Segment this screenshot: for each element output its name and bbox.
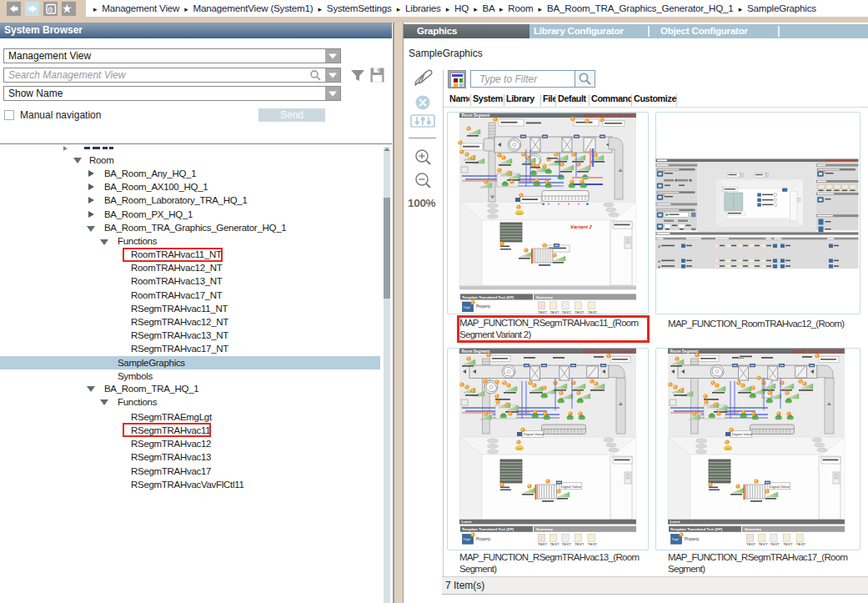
- svg-text:TEXT: TEXT: [588, 310, 598, 314]
- svg-text:TEXT: TEXT: [538, 542, 548, 546]
- svg-text:Tmpl: Tmpl: [672, 538, 679, 541]
- svg-text:Room Segment: Room Segment: [670, 349, 699, 354]
- svg-text:TEXT: TEXT: [770, 542, 780, 546]
- svg-text:Template Translated Text (DP): Template Translated Text (DP): [462, 295, 514, 299]
- svg-text:segment is set to "not used": segment is set to "not used": [792, 349, 844, 354]
- svg-text:TEXT: TEXT: [549, 310, 559, 314]
- svg-text:Property: Property: [685, 537, 700, 541]
- svg-text:Tmpl: Tmpl: [464, 306, 470, 309]
- svg-text:TEXT: TEXT: [588, 542, 598, 546]
- svg-text:Summary: Summary: [536, 295, 554, 299]
- svg-text:Lvent: Lvent: [670, 520, 680, 524]
- svg-text:Tmpl: Tmpl: [464, 538, 470, 541]
- svg-text:segment is set to "not used": segment is set to "not used": [584, 349, 635, 354]
- svg-text:Room Segment: Room Segment: [462, 349, 490, 354]
- svg-text:Property: Property: [476, 537, 491, 541]
- svg-text:Lvent: Lvent: [462, 520, 472, 524]
- svg-text:Digital Value: Digital Value: [524, 432, 544, 436]
- svg-text:Property: Property: [476, 304, 491, 309]
- svg-text:TEXT: TEXT: [796, 542, 806, 546]
- svg-text:segment is set to "not used": segment is set to "not used": [584, 113, 635, 118]
- svg-text:Template Translated Text (DP): Template Translated Text (DP): [462, 527, 514, 531]
- svg-text:Summary: Summary: [745, 527, 762, 531]
- svg-text:TEXT: TEXT: [758, 542, 768, 546]
- svg-text:TEXT: TEXT: [562, 310, 572, 314]
- svg-text:TEXT: TEXT: [574, 542, 585, 546]
- svg-text:TEXT: TEXT: [574, 310, 585, 314]
- svg-text:Room Segment: Room Segment: [462, 113, 490, 118]
- svg-text:Variant 2: Variant 2: [570, 224, 592, 229]
- svg-text:TEXT: TEXT: [549, 542, 559, 546]
- svg-text:Digital Value: Digital Value: [732, 432, 752, 436]
- svg-text:TEXT: TEXT: [746, 542, 756, 546]
- svg-text:Summary: Summary: [536, 527, 554, 531]
- svg-text:TEXT: TEXT: [538, 310, 548, 314]
- svg-text:Digital Value: Digital Value: [561, 485, 582, 489]
- svg-text:TEXT: TEXT: [783, 542, 793, 546]
- svg-text:Digital Value: Digital Value: [770, 485, 790, 489]
- svg-text:TEXT: TEXT: [562, 542, 572, 546]
- svg-text:Template Translated Text (DP): Template Translated Text (DP): [670, 527, 723, 531]
